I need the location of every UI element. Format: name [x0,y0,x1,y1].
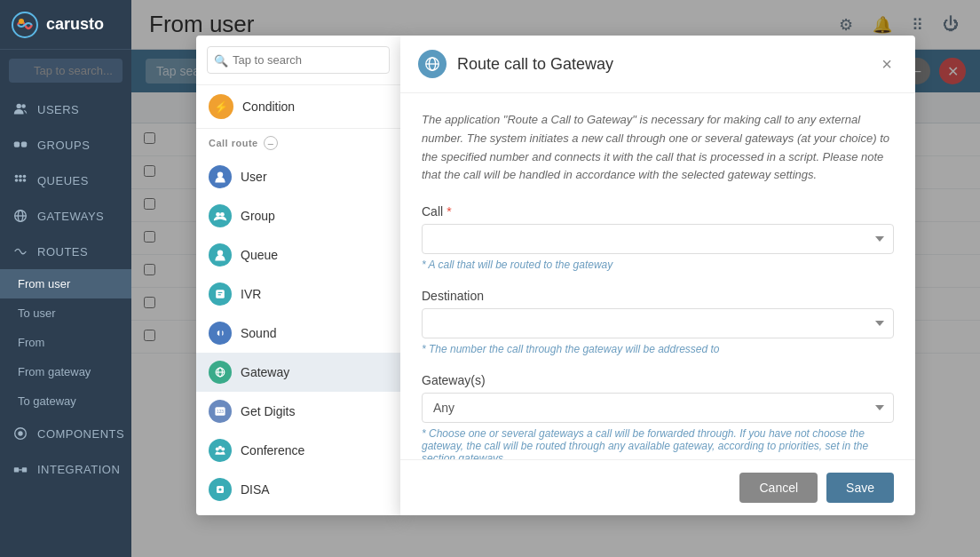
condition-icon: ⚡ [209,94,233,119]
picker-item-icon-queue [209,243,232,267]
modal-description: The application "Route a Call to Gateway… [422,111,894,185]
svg-point-23 [217,250,223,255]
sidebar-item-users[interactable]: USERS [0,92,131,127]
globe-icon [424,56,440,72]
sidebar-item-components-label: COMPONENTS [37,427,124,441]
picker-item-label-sound: Sound [241,326,276,340]
picker-item-group[interactable]: Group [196,196,400,235]
picker-item-icon-get-digits: 123 [209,400,232,423]
svg-point-3 [21,104,26,108]
gateways-icon [12,208,28,224]
svg-point-22 [220,212,225,217]
sidebar-sub-to-gateway[interactable]: To gateway [0,386,131,416]
picker-item-icon-sound [209,322,232,345]
picker-item-get-digits[interactable]: 123 Get Digits [196,392,400,431]
gateways-label: Gateway(s) [422,373,894,387]
modal-body: The application "Route a Call to Gateway… [400,93,915,459]
call-hint: * A call that will be routed to the gate… [422,259,894,271]
sidebar-sub-to-user[interactable]: To user [0,298,131,328]
sidebar-item-components[interactable]: COMPONENTS [0,416,131,451]
picker-item-label-disa: DISA [241,482,270,497]
picker-item-icon-user [209,165,232,188]
picker-item-label-gateway: Gateway [241,365,289,379]
picker-search-area: 🔍 [196,36,400,85]
svg-text:123: 123 [217,410,224,414]
picker-search-input[interactable] [207,46,390,74]
sidebar-item-routes[interactable]: ROUTES [0,234,131,269]
picker-item-icon-gateway [209,361,232,384]
svg-point-1 [19,19,24,24]
sidebar-nav: USERS GROUPS QUEUES GATEWAYS ROUTES From… [0,92,131,557]
main-content: From user ⚙ 🔔 ⠿ ⏻ ✎ – ✕ Status Response … [131,0,980,557]
users-icon [12,101,28,117]
svg-point-16 [18,431,22,435]
sidebar-sub-from-gateway[interactable]: From gateway [0,357,131,386]
picker-item-queue[interactable]: Queue [196,235,400,275]
destination-select[interactable] [422,308,894,338]
sidebar-search-container: 🔍 [0,50,131,92]
picker-item-icon-disa [209,478,232,501]
picker-item-label-conference: Conference [241,443,304,458]
sidebar-item-queues[interactable]: QUEUES [0,163,131,198]
picker-item-label-group: Group [241,209,275,223]
sidebar-item-gateways-label: GATEWAYS [37,210,104,223]
carusto-logo-icon [11,11,39,39]
cancel-button[interactable]: Cancel [739,473,818,503]
sidebar-item-integration[interactable]: INTEGRATION [0,451,131,487]
svg-point-9 [15,179,19,182]
modal-overlay: 🔍 ⚡ Condition Call route – User Group [131,0,980,557]
svg-rect-5 [21,141,27,147]
sidebar-item-users-label: USERS [37,103,79,116]
svg-point-10 [19,179,22,182]
picker-panel: 🔍 ⚡ Condition Call route – User Group [196,36,400,515]
picker-item-user[interactable]: User [196,157,400,196]
picker-item-sound[interactable]: Sound [196,314,400,353]
sidebar-sub-from-user[interactable]: From user [0,269,131,298]
picker-list: User Group Queue IVR Sound Gateway 123 G… [196,157,400,515]
picker-item-label-get-digits: Get Digits [241,404,295,418]
picker-section-label: Call route – [196,129,400,157]
picker-item-ivr[interactable]: IVR [196,275,400,314]
form-group-gateways: Gateway(s) Any * Choose one or several g… [422,373,894,459]
svg-point-6 [15,175,19,179]
svg-point-8 [23,175,27,179]
destination-label: Destination [422,289,894,303]
svg-point-11 [23,179,27,182]
svg-rect-18 [22,467,27,472]
queues-icon [12,172,28,188]
picker-item-gateway[interactable]: Gateway [196,353,400,392]
picker-item-icon-group [209,204,232,227]
svg-point-20 [217,171,223,177]
sidebar-item-queues-label: QUEUES [37,174,89,187]
svg-point-21 [216,212,220,217]
modal-close-button[interactable]: × [876,52,897,76]
svg-point-34 [218,446,222,450]
svg-rect-24 [216,290,225,298]
logo-text: carusto [46,15,104,34]
call-select[interactable] [422,224,894,254]
condition-label: Condition [242,99,295,114]
gateways-select[interactable]: Any [422,393,894,423]
call-label: Call * [422,204,894,219]
call-required-marker: * [447,204,451,219]
picker-item-icon-ivr [209,282,232,306]
svg-point-7 [19,175,22,179]
sidebar-item-groups[interactable]: GROUPS [0,127,131,163]
sidebar-item-integration-label: INTEGRATION [37,463,120,476]
picker-item-label-user: User [241,170,267,184]
modal-footer: Cancel Save [400,459,915,515]
sidebar-logo: carusto [0,0,131,50]
integration-icon [12,461,28,477]
picker-condition-item[interactable]: ⚡ Condition [196,85,400,129]
picker-item-conference[interactable]: Conference [196,431,400,470]
sidebar-sub-from[interactable]: From [0,328,131,357]
sidebar-item-routes-label: ROUTES [37,245,88,259]
picker-section-collapse-button[interactable]: – [264,136,278,150]
sidebar-item-gateways[interactable]: GATEWAYS [0,198,131,234]
save-button[interactable]: Save [826,473,894,503]
picker-item-fax[interactable]: Fax [196,509,400,515]
gateways-hint: * Choose one or several gateways a call … [422,427,894,459]
sidebar-search-input[interactable] [9,59,122,83]
picker-item-disa[interactable]: DISA [196,470,400,509]
modal-title-icon [418,50,447,78]
